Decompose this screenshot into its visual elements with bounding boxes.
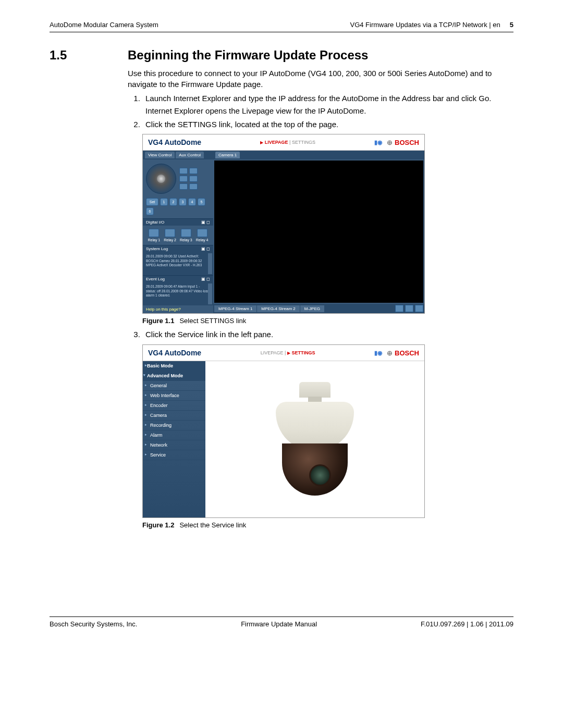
scrollbar[interactable] <box>208 253 212 274</box>
video-area <box>214 161 423 303</box>
section-number: 1.5 <box>50 48 117 533</box>
step-3: Click the Service link in the left pane. <box>142 329 513 340</box>
nav-service[interactable]: Service <box>143 450 205 460</box>
nav-basic-mode[interactable]: Basic Mode <box>143 361 205 371</box>
bosch-logo: ▮◉ ⊕ BOSCH <box>374 349 419 357</box>
set-button[interactable]: Set <box>146 198 158 206</box>
fullscreen-icon[interactable] <box>415 305 423 312</box>
header-right-title: VG4 Firmware Updates via a TCP/IP Networ… <box>350 21 500 29</box>
event-log-box: 28.01.2009 09:06:47 Alarm input 1 - stat… <box>143 282 213 305</box>
system-log-header: System Log▣ ◻ <box>143 245 213 252</box>
fig2-topbar: VG4 AutoDome LIVEPAGE | ▶ SETTINGS ▮◉ ⊕ … <box>143 345 424 361</box>
figure-2-caption: Figure 1.2Select the Service link <box>142 521 513 529</box>
camera-1-tab[interactable]: Camera 1 <box>215 152 240 158</box>
steps-list: Launch Internet Explorer and type the IP… <box>128 93 513 130</box>
livepage-link[interactable]: LIVEPAGE <box>265 140 288 145</box>
page-number: 5 <box>510 21 513 29</box>
iris-close-button[interactable] <box>189 183 198 190</box>
mpeg4-stream1-tab[interactable]: MPEG-4 Stream 1 <box>214 305 256 312</box>
aux-control-tab[interactable]: Aux Control <box>176 152 204 158</box>
bosch-logo: ▮◉ ⊕ BOSCH <box>374 139 419 146</box>
step-2: Click the SETTINGS link, located at the … <box>142 119 513 130</box>
zoom-out-button[interactable] <box>189 168 198 174</box>
preset-5[interactable]: 5 <box>198 198 205 206</box>
preset-3[interactable]: 3 <box>179 198 187 206</box>
intro-text: Use this procedure to connect to your IP… <box>128 68 513 90</box>
steps-list-cont: Click the Service link in the left pane. <box>128 329 513 340</box>
focus-near-button[interactable] <box>179 176 188 182</box>
fig1-topbar: VG4 AutoDome ▶ LIVEPAGE | SETTINGS ▮◉ ⊕ … <box>143 134 424 151</box>
info-icon[interactable]: ▮◉ <box>374 139 383 146</box>
nav-network[interactable]: Network <box>143 440 205 450</box>
page-header: AutoDome Modular Camera System VG4 Firmw… <box>50 21 513 32</box>
step-1: Launch Internet Explorer and type the IP… <box>142 93 513 117</box>
figure-1: VG4 AutoDome ▶ LIVEPAGE | SETTINGS ▮◉ ⊕ … <box>142 134 513 314</box>
relay-1-button[interactable] <box>149 229 159 237</box>
focus-far-button[interactable] <box>189 176 198 182</box>
settings-content-area <box>205 361 424 517</box>
footer-right: F.01U.097.269 | 1.06 | 2011.09 <box>421 620 513 628</box>
nav-web-interface[interactable]: Web Interface <box>143 391 205 401</box>
globe-icon: ⊕ <box>387 349 393 357</box>
page-footer: Bosch Security Systems, Inc. Firmware Up… <box>50 616 513 628</box>
view-control-tab[interactable]: View Control <box>145 152 175 158</box>
ptz-joystick[interactable] <box>146 164 176 194</box>
nav-alarm[interactable]: Alarm <box>143 430 205 440</box>
header-left: AutoDome Modular Camera System <box>50 21 158 29</box>
nav-general[interactable]: General <box>143 381 205 391</box>
relay-2-button[interactable] <box>165 229 175 237</box>
camera-image <box>271 382 359 497</box>
settings-link[interactable]: SETTINGS <box>292 140 315 145</box>
step-1-result: Internet Explorer opens the Livepage vie… <box>145 105 513 117</box>
fig1-left-panel: View Control Aux Control <box>143 151 213 313</box>
iris-open-button[interactable] <box>179 183 188 190</box>
help-link[interactable]: Help on this page? <box>143 305 213 313</box>
preset-1[interactable]: 1 <box>160 198 168 206</box>
nav-advanced-mode[interactable]: Advanced Mode <box>143 371 205 381</box>
preset-2[interactable]: 2 <box>169 198 177 206</box>
preset-6[interactable]: 6 <box>146 207 154 215</box>
fig2-nav-links: LIVEPAGE | ▶ SETTINGS <box>201 350 374 355</box>
relay-3-button[interactable] <box>181 229 191 237</box>
nav-camera[interactable]: Camera <box>143 411 205 421</box>
globe-icon: ⊕ <box>387 139 393 146</box>
figure-2: VG4 AutoDome LIVEPAGE | ▶ SETTINGS ▮◉ ⊕ … <box>142 344 513 518</box>
snapshot-icon[interactable] <box>395 305 403 312</box>
nav-encoder[interactable]: Encoder <box>143 401 205 411</box>
fig2-brand: VG4 AutoDome <box>148 349 201 357</box>
event-log-header: Event Log▣ ◻ <box>143 275 213 282</box>
zoom-in-button[interactable] <box>179 168 188 174</box>
record-icon[interactable] <box>405 305 413 312</box>
system-log-box: 28.01.2009 09:06:32 Used ActiveX: BOSCH … <box>143 252 213 275</box>
footer-center: Firmware Update Manual <box>241 620 317 628</box>
settings-link[interactable]: SETTINGS <box>291 350 315 355</box>
fig1-brand: VG4 AutoDome <box>148 138 201 146</box>
mpeg4-stream2-tab[interactable]: MPEG-4 Stream 2 <box>257 305 299 312</box>
mjpeg-tab[interactable]: M-JPEG <box>300 305 324 312</box>
footer-left: Bosch Security Systems, Inc. <box>50 620 137 628</box>
livepage-link[interactable]: LIVEPAGE <box>261 350 284 355</box>
fig1-nav-links: ▶ LIVEPAGE | SETTINGS <box>201 140 374 145</box>
info-icon[interactable]: ▮◉ <box>374 350 383 356</box>
digital-io-header: Digital I/O▣ ◻ <box>143 218 213 226</box>
figure-1-caption: Figure 1.1Select SETTINGS link <box>142 317 513 325</box>
scrollbar[interactable] <box>208 283 212 304</box>
preset-4[interactable]: 4 <box>188 198 196 206</box>
settings-nav-tree: Basic Mode Advanced Mode General Web Int… <box>143 361 205 517</box>
nav-recording[interactable]: Recording <box>143 421 205 430</box>
section-title: Beginning the Firmware Update Process <box>128 48 513 63</box>
relay-4-button[interactable] <box>197 229 207 237</box>
